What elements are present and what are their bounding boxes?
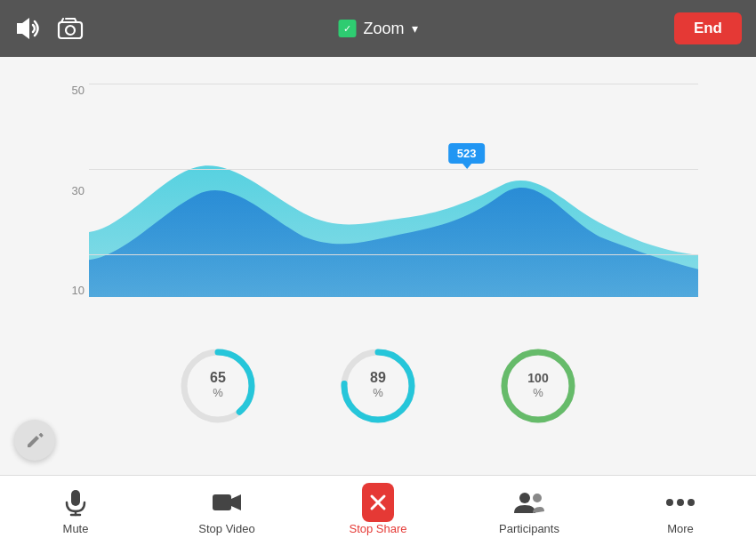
more-label: More <box>667 522 694 535</box>
main-content: 50 30 10 <box>0 57 756 475</box>
svg-point-25 <box>688 499 695 506</box>
more-item[interactable]: More <box>645 486 716 535</box>
stop-share-label: Stop Share <box>349 522 406 535</box>
mute-item[interactable]: Mute <box>40 486 111 535</box>
svg-text:%: % <box>213 386 223 399</box>
svg-point-22 <box>533 494 542 502</box>
top-bar: ✓ Zoom ▾ End <box>0 0 756 57</box>
stop-video-label: Stop Video <box>198 522 254 535</box>
chart-y-axis: 50 30 10 <box>58 84 89 297</box>
donut-2-svg: 89 % <box>334 341 422 430</box>
svg-text:65: 65 <box>210 370 226 385</box>
svg-rect-15 <box>71 490 80 506</box>
chart-container: 50 30 10 <box>58 75 698 315</box>
donut-1-svg: 65 % <box>173 341 262 430</box>
y-label-30: 30 <box>72 184 84 197</box>
chart-area: 523 <box>89 84 698 297</box>
participants-icon <box>513 486 545 518</box>
y-label-10: 10 <box>72 284 84 297</box>
stop-share-item[interactable]: Stop Share <box>342 486 414 535</box>
stop-video-item[interactable]: Stop Video <box>191 486 262 535</box>
donut-1: 65 % <box>173 341 262 430</box>
donut-2: 89 % <box>334 341 422 430</box>
svg-text:%: % <box>533 386 543 399</box>
more-icon <box>664 486 696 518</box>
y-label-50: 50 <box>72 84 84 97</box>
svg-rect-18 <box>213 494 231 510</box>
mute-icon <box>60 486 92 518</box>
zoom-shield-icon: ✓ <box>338 20 356 37</box>
chart-tooltip: 523 <box>448 143 486 164</box>
stop-share-x-icon <box>368 493 388 512</box>
top-bar-left <box>14 16 84 41</box>
svg-point-21 <box>519 493 530 503</box>
svg-rect-1 <box>59 22 82 38</box>
stop-share-red-box <box>362 483 394 522</box>
pencil-icon <box>25 430 44 450</box>
edit-button[interactable] <box>14 420 55 461</box>
speaker-button[interactable] <box>14 16 41 41</box>
zoom-chevron-icon[interactable]: ▾ <box>412 21 418 36</box>
top-bar-center: ✓ Zoom ▾ <box>338 20 417 38</box>
svg-point-2 <box>66 26 75 35</box>
zoom-label: Zoom <box>363 20 404 38</box>
donut-row: 65 % 89 % 100 % <box>173 341 583 430</box>
bottom-bar: Mute Stop Video Stop Share <box>0 475 756 546</box>
gridline-30 <box>89 169 698 170</box>
svg-point-23 <box>666 499 673 506</box>
video-icon <box>211 486 243 518</box>
donut-3-svg: 100 % <box>494 341 583 430</box>
end-button[interactable]: End <box>674 12 742 44</box>
gridline-50 <box>89 84 698 84</box>
svg-marker-0 <box>17 18 29 39</box>
mute-label: Mute <box>63 522 89 535</box>
svg-text:%: % <box>373 386 383 399</box>
svg-text:100: 100 <box>527 371 549 385</box>
gridline-10 <box>89 254 698 255</box>
chart-gridlines <box>89 84 698 297</box>
svg-point-24 <box>677 499 684 506</box>
participants-label: Participants <box>499 522 559 535</box>
participants-item[interactable]: Participants <box>494 486 565 535</box>
donut-3: 100 % <box>494 341 583 430</box>
stop-share-icon-wrap <box>362 486 394 518</box>
svg-text:89: 89 <box>370 370 386 385</box>
camera-flip-button[interactable] <box>57 17 84 40</box>
